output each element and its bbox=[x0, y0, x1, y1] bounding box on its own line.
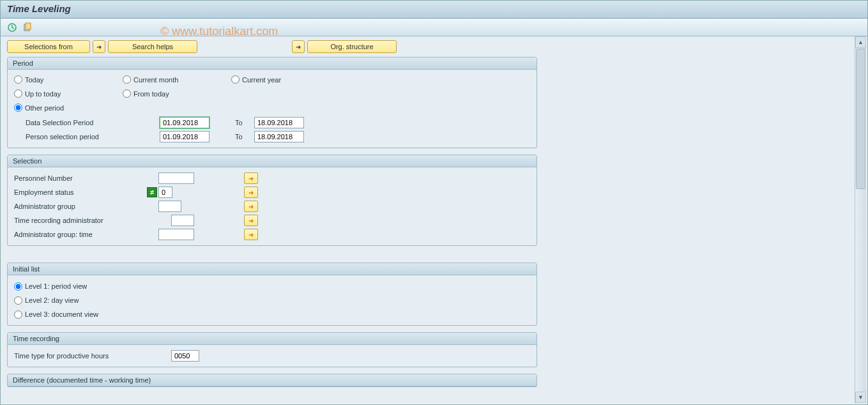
admin-group-multi-button[interactable]: ➜ bbox=[244, 201, 258, 212]
radio-current-year[interactable]: Current year bbox=[231, 75, 281, 84]
difference-group: Difference (documented time - working ti… bbox=[7, 374, 537, 387]
vertical-scrollbar[interactable]: ▲ ▼ bbox=[855, 36, 866, 403]
content-area: Selections from ➜ Search helps ➜ Org. st… bbox=[1, 36, 867, 403]
radio-from-today[interactable]: From today bbox=[123, 89, 169, 98]
admin-group-time-multi-button[interactable]: ➜ bbox=[244, 229, 258, 240]
scroll-up-icon[interactable]: ▲ bbox=[855, 36, 866, 48]
time-type-label: Time type for productive hours bbox=[14, 352, 171, 360]
employment-status-label: Employment status bbox=[14, 188, 147, 196]
selections-from-button[interactable]: Selections from bbox=[7, 40, 90, 53]
title-bar: Time Leveling bbox=[1, 1, 867, 19]
app-toolbar bbox=[1, 19, 867, 36]
time-rec-admin-input[interactable] bbox=[171, 215, 194, 226]
selection-group-title: Selection bbox=[8, 155, 537, 167]
data-selection-from-input[interactable] bbox=[160, 117, 209, 128]
data-selection-period-label: Data Selection Period bbox=[26, 119, 160, 126]
employment-status-multi-button[interactable]: ➜ bbox=[244, 187, 258, 198]
org-structure-expand[interactable]: ➜ bbox=[292, 40, 305, 53]
top-button-row: Selections from ➜ Search helps ➜ Org. st… bbox=[7, 40, 861, 53]
time-recording-group: Time recording Time type for productive … bbox=[7, 332, 537, 367]
arrow-right-icon: ➜ bbox=[248, 175, 254, 182]
difference-group-title: Difference (documented time - working ti… bbox=[8, 374, 537, 386]
person-selection-period-label: Person selection period bbox=[26, 133, 160, 141]
radio-today[interactable]: Today bbox=[14, 75, 43, 84]
employment-status-input[interactable] bbox=[158, 187, 172, 198]
initial-list-group: Initial list Level 1: period view Level … bbox=[7, 263, 537, 326]
person-selection-from-input[interactable] bbox=[160, 131, 209, 142]
period-group: Period Today Current month Current year … bbox=[7, 57, 537, 148]
selection-group: Selection Personnel Number ➜ Employment … bbox=[7, 155, 537, 246]
admin-group-time-input[interactable] bbox=[158, 229, 194, 240]
page-title: Time Leveling bbox=[7, 3, 861, 14]
execute-icon[interactable] bbox=[7, 22, 17, 33]
personnel-number-input[interactable] bbox=[158, 172, 194, 184]
personnel-number-multi-button[interactable]: ➜ bbox=[244, 172, 258, 184]
initial-list-group-title: Initial list bbox=[8, 263, 537, 275]
scroll-thumb[interactable] bbox=[856, 49, 865, 189]
arrow-right-icon: ➜ bbox=[248, 189, 254, 196]
arrow-right-icon: ➜ bbox=[248, 217, 254, 224]
period-group-title: Period bbox=[8, 57, 537, 70]
search-helps-button[interactable]: Search helps bbox=[108, 40, 197, 53]
svg-rect-2 bbox=[26, 23, 31, 29]
radio-other-period[interactable]: Other period bbox=[14, 103, 64, 112]
time-rec-admin-label: Time recording administrator bbox=[14, 217, 171, 224]
admin-group-input[interactable] bbox=[158, 201, 181, 212]
arrow-right-icon: ➜ bbox=[248, 203, 254, 210]
personnel-number-label: Personnel Number bbox=[14, 174, 158, 182]
to-label-1: To bbox=[209, 119, 254, 126]
radio-up-to-today[interactable]: Up to today bbox=[14, 89, 61, 98]
radio-level-3[interactable]: Level 3: document view bbox=[14, 310, 98, 319]
radio-level-2[interactable]: Level 2: day view bbox=[14, 296, 79, 305]
org-structure-button[interactable]: Org. structure bbox=[307, 40, 397, 53]
scroll-down-icon[interactable]: ▼ bbox=[855, 392, 866, 403]
radio-level-1[interactable]: Level 1: period view bbox=[14, 282, 87, 291]
time-rec-admin-multi-button[interactable]: ➜ bbox=[244, 215, 258, 226]
admin-group-time-label: Administrator group: time bbox=[14, 231, 158, 238]
data-selection-to-input[interactable] bbox=[254, 117, 304, 128]
not-equal-icon[interactable]: ≠ bbox=[147, 187, 157, 197]
time-recording-group-title: Time recording bbox=[8, 333, 537, 345]
arrow-right-icon: ➜ bbox=[248, 231, 254, 238]
radio-current-month[interactable]: Current month bbox=[123, 75, 178, 84]
time-type-input[interactable] bbox=[171, 350, 199, 362]
get-variant-icon[interactable] bbox=[22, 22, 33, 33]
arrow-right-icon: ➜ bbox=[296, 43, 301, 50]
selections-from-expand[interactable]: ➜ bbox=[93, 40, 105, 53]
person-selection-to-input[interactable] bbox=[254, 131, 304, 142]
to-label-2: To bbox=[209, 133, 254, 141]
arrow-right-icon: ➜ bbox=[96, 43, 102, 50]
admin-group-label: Administrator group bbox=[14, 202, 158, 210]
